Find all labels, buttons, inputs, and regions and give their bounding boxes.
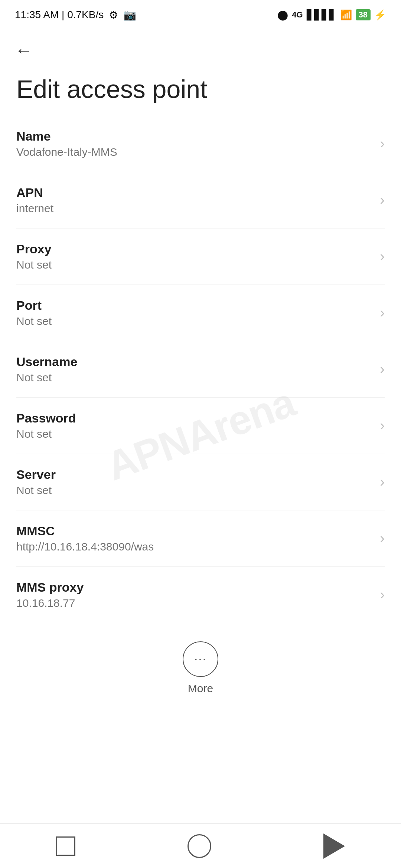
setting-value-mmsc: http://10.16.18.4:38090/was (16, 540, 372, 553)
setting-content-mmsc: MMSChttp://10.16.18.4:38090/was (16, 524, 372, 553)
setting-value-server: Not set (16, 484, 372, 497)
more-dots-icon: ⋯ (194, 652, 207, 667)
chevron-icon-password: › (380, 418, 385, 434)
setting-label-username: Username (16, 355, 372, 369)
setting-value-proxy: Not set (16, 259, 372, 271)
charging-icon: ⚡ (374, 9, 386, 21)
setting-content-username: UsernameNot set (16, 355, 372, 384)
settings-icon: ⚙ (109, 9, 118, 21)
video-icon: 📷 (123, 9, 136, 21)
recents-icon (56, 836, 75, 856)
chevron-icon-port: › (380, 305, 385, 321)
chevron-icon-name: › (380, 136, 385, 152)
setting-item-port[interactable]: PortNot set› (16, 285, 385, 341)
setting-label-mms-proxy: MMS proxy (16, 580, 372, 595)
settings-list: NameVodafone-Italy-MMS›APNinternet›Proxy… (0, 116, 401, 623)
more-area: ⋯ More (0, 627, 401, 702)
signal-bars-icon: ▋▋▋▋ (307, 9, 336, 21)
chevron-icon-username: › (380, 361, 385, 377)
setting-value-apn: internet (16, 202, 372, 215)
setting-content-password: PasswordNot set (16, 411, 372, 440)
home-icon (188, 834, 211, 858)
chevron-icon-apn: › (380, 192, 385, 208)
setting-item-proxy[interactable]: ProxyNot set› (16, 228, 385, 285)
setting-label-mmsc: MMSC (16, 524, 372, 538)
time-text: 11:35 AM | 0.7KB/s (15, 9, 104, 21)
page-title: Edit access point (0, 67, 401, 116)
setting-item-name[interactable]: NameVodafone-Italy-MMS› (16, 116, 385, 172)
more-label: More (188, 682, 213, 695)
setting-label-apn: APN (16, 185, 372, 200)
chevron-icon-proxy: › (380, 249, 385, 264)
signal-4g-icon: 4G (292, 10, 303, 20)
wifi-icon: 📶 (340, 9, 352, 21)
nav-recents-button[interactable] (56, 836, 75, 856)
setting-label-password: Password (16, 411, 372, 425)
back-arrow-icon: ← (15, 40, 33, 60)
setting-content-apn: APNinternet (16, 185, 372, 215)
setting-value-password: Not set (16, 428, 372, 440)
setting-value-port: Not set (16, 315, 372, 328)
setting-label-proxy: Proxy (16, 242, 372, 256)
chevron-icon-server: › (380, 474, 385, 490)
status-icons: ⬤ 4G ▋▋▋▋ 📶 38 ⚡ (277, 9, 386, 21)
setting-value-name: Vodafone-Italy-MMS (16, 146, 372, 158)
chevron-icon-mms-proxy: › (380, 587, 385, 603)
setting-label-name: Name (16, 129, 372, 144)
status-time: 11:35 AM | 0.7KB/s ⚙ 📷 (15, 9, 136, 21)
setting-content-server: ServerNot set (16, 467, 372, 497)
battery-icon: 38 (356, 9, 371, 20)
setting-item-password[interactable]: PasswordNot set› (16, 398, 385, 454)
status-bar: 11:35 AM | 0.7KB/s ⚙ 📷 ⬤ 4G ▋▋▋▋ 📶 38 ⚡ (0, 0, 401, 27)
bluetooth-icon: ⬤ (277, 9, 288, 21)
setting-content-port: PortNot set (16, 298, 372, 328)
setting-content-name: NameVodafone-Italy-MMS (16, 129, 372, 158)
setting-item-mmsc[interactable]: MMSChttp://10.16.18.4:38090/was› (16, 510, 385, 567)
back-nav-icon (323, 834, 345, 859)
back-button[interactable]: ← (11, 38, 36, 63)
more-button[interactable]: ⋯ (183, 641, 218, 677)
nav-back-button[interactable] (323, 834, 345, 859)
setting-item-mms-proxy[interactable]: MMS proxy10.16.18.77› (16, 567, 385, 623)
setting-label-port: Port (16, 298, 372, 313)
setting-content-mms-proxy: MMS proxy10.16.18.77 (16, 580, 372, 609)
setting-value-username: Not set (16, 371, 372, 384)
setting-value-mms-proxy: 10.16.18.77 (16, 597, 372, 609)
bottom-nav-bar (0, 823, 401, 868)
setting-item-username[interactable]: UsernameNot set› (16, 341, 385, 398)
setting-content-proxy: ProxyNot set (16, 242, 372, 271)
top-navigation: ← (0, 27, 401, 67)
setting-label-server: Server (16, 467, 372, 482)
nav-home-button[interactable] (188, 834, 211, 858)
setting-item-server[interactable]: ServerNot set› (16, 454, 385, 510)
setting-item-apn[interactable]: APNinternet› (16, 172, 385, 228)
chevron-icon-mmsc: › (380, 530, 385, 546)
